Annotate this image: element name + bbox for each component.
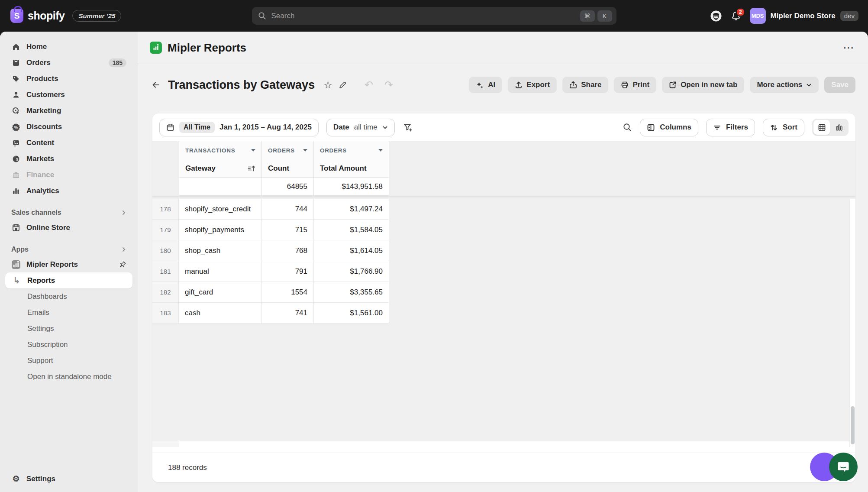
chart-view-toggle[interactable] (831, 120, 847, 135)
sidebar-item-orders[interactable]: Orders 185 (5, 55, 132, 71)
sidebar-item-standalone[interactable]: Open in standalone mode (5, 369, 132, 385)
store-avatar: MDS (750, 8, 766, 24)
shopify-admin-window: S shopify Summer ’25 ⌘ K (0, 0, 868, 492)
sidebar-item-settings[interactable]: ⚙ Settings (5, 471, 132, 487)
sidebar-item-label: Emails (27, 308, 49, 317)
sidebar-item-emails[interactable]: Emails (5, 304, 132, 320)
report-toolbar: All Time Jan 1, 2015 – Aug 14, 2025 Date… (152, 113, 855, 141)
vertical-scrollbar[interactable] (849, 199, 855, 447)
edition-badge[interactable]: Summer ’25 (72, 10, 121, 22)
pin-icon[interactable] (119, 261, 126, 269)
app-title: Mipler Reports (168, 41, 246, 55)
sidebar-item-label: Orders (26, 58, 51, 67)
calendar-icon (166, 123, 174, 132)
date-dropdown[interactable]: Date all time (326, 119, 395, 136)
row-number-cell (152, 178, 179, 196)
more-actions-button[interactable]: More actions (750, 77, 819, 93)
ai-button[interactable]: AI (469, 77, 502, 93)
mipler-reports-app-icon (150, 42, 162, 54)
column-header-count[interactable]: Count (262, 159, 314, 178)
table-row[interactable]: 183 cash 741 $1,561.00 (152, 303, 855, 324)
column-group-orders-amount[interactable]: ORDERS (314, 141, 389, 159)
search-input[interactable] (271, 11, 578, 21)
filters-button[interactable]: Filters (706, 119, 755, 136)
back-button[interactable] (151, 80, 161, 90)
column-header-total-amount[interactable]: Total Amount (314, 159, 389, 178)
column-header-gateway[interactable]: Gateway (179, 159, 262, 178)
button-label: Share (581, 81, 601, 89)
dropdown-triangle-icon (378, 149, 383, 152)
table-row[interactable]: 178 shopify_store_credit 744 $1,497.24 (152, 199, 855, 220)
sidebar-item-discounts[interactable]: % Discounts (5, 119, 132, 135)
sidebar-item-label: Finance (26, 171, 54, 179)
sidebar-item-label: Markets (26, 155, 54, 163)
undo-icon[interactable]: ↶ (365, 79, 373, 91)
table-row[interactable]: 181 manual 791 $1,766.90 (152, 261, 855, 282)
shopify-logo[interactable]: S shopify Summer ’25 (10, 9, 121, 23)
sidebar-item-subscription[interactable]: Subscription (5, 337, 132, 353)
amount-cell: $1,561.00 (314, 303, 389, 324)
print-button[interactable]: Print (614, 77, 656, 93)
button-label: More actions (757, 81, 802, 89)
global-search[interactable]: ⌘ K (252, 7, 616, 25)
sidebar-item-app-settings[interactable]: Settings (5, 320, 132, 337)
save-button[interactable]: Save (824, 77, 855, 93)
topbar-right: 2 MDS Mipler Demo Store dev (710, 0, 858, 32)
shopify-bag-icon: S (10, 9, 23, 23)
horizontal-scrollbar[interactable] (152, 441, 850, 447)
assistant-icon[interactable] (710, 10, 722, 22)
add-filter-icon[interactable] (403, 122, 413, 133)
sidebar-item-support[interactable]: Support (5, 353, 132, 369)
report-actions: AI Export Share Print (469, 77, 855, 93)
button-label: AI (488, 81, 495, 89)
sidebar-item-customers[interactable]: Customers (5, 87, 132, 103)
edit-pencil-icon[interactable] (339, 81, 347, 89)
sidebar-item-label: Open in standalone mode (27, 372, 112, 381)
open-new-tab-button[interactable]: Open in new tab (662, 77, 744, 93)
export-button[interactable]: Export (508, 77, 557, 93)
range-chip: All Time (179, 122, 215, 133)
sidebar-item-marketing[interactable]: Marketing (5, 103, 132, 119)
sidebar-item-mipler-reports[interactable]: Mipler Reports (5, 256, 132, 272)
row-number: 181 (152, 261, 179, 282)
table-view-toggle[interactable] (813, 120, 830, 135)
sidebar-item-label: Home (26, 42, 47, 51)
sidebar-item-home[interactable]: Home (5, 39, 132, 55)
filter-lines-icon (713, 123, 721, 132)
chat-launcher-button[interactable] (829, 453, 858, 481)
table-zone: TRANSACTIONS ORDERS ORDERS (152, 141, 855, 447)
date-range-button[interactable]: All Time Jan 1, 2015 – Aug 14, 2025 (159, 119, 319, 136)
sidebar-item-markets[interactable]: $ Markets (5, 151, 132, 167)
redo-icon[interactable]: ↷ (384, 79, 393, 91)
report-header: Transactions by Gateways ☆ ↶ ↷ AI (138, 73, 868, 97)
columns-button[interactable]: Columns (640, 119, 698, 136)
row-number: 182 (152, 282, 179, 303)
favorite-star-icon[interactable]: ☆ (323, 79, 332, 91)
row-number: 179 (152, 220, 179, 240)
sidebar-item-label: Subscription (27, 340, 68, 349)
notifications-button[interactable]: 2 (731, 11, 741, 21)
scrollbar-thumb[interactable] (851, 406, 855, 444)
sort-button[interactable]: Sort (763, 119, 804, 136)
store-name: Mipler Demo Store (771, 12, 836, 20)
sidebar-item-finance[interactable]: Finance (5, 167, 132, 183)
sidebar-item-content[interactable]: Content (5, 135, 132, 151)
table-search-icon[interactable] (623, 123, 632, 132)
store-account-button[interactable]: MDS Mipler Demo Store dev (750, 8, 858, 24)
group-label: TRANSACTIONS (185, 147, 235, 154)
table-row[interactable]: 182 gift_card 1554 $3,355.65 (152, 282, 855, 303)
column-group-transactions[interactable]: TRANSACTIONS (179, 141, 262, 159)
sidebar-item-products[interactable]: Products (5, 71, 132, 87)
button-label: Filters (726, 123, 748, 132)
sidebar-item-reports[interactable]: ↳ Reports (5, 272, 132, 288)
apps-section[interactable]: Apps (5, 243, 132, 256)
sales-channels-section[interactable]: Sales channels (5, 206, 132, 220)
column-group-orders-count[interactable]: ORDERS (262, 141, 314, 159)
sidebar-item-dashboards[interactable]: Dashboards (5, 288, 132, 304)
sidebar-item-online-store[interactable]: Online Store (5, 220, 132, 236)
table-row[interactable]: 179 shopify_payments 715 $1,584.05 (152, 220, 855, 240)
more-menu-icon[interactable]: ⋯ (843, 45, 855, 50)
sidebar-item-analytics[interactable]: Analytics (5, 183, 132, 199)
share-button[interactable]: Share (562, 77, 608, 93)
table-row[interactable]: 180 shop_cash 768 $1,614.05 (152, 240, 855, 261)
